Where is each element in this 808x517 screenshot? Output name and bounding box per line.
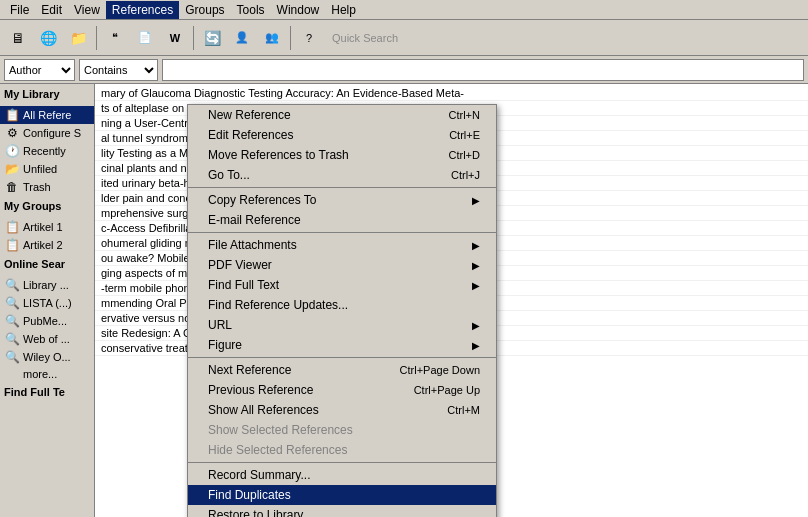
menu-item-go-to-[interactable]: Go To...Ctrl+J <box>188 165 496 185</box>
sidebar-item-unfiled[interactable]: 📂 Unfiled <box>0 160 94 178</box>
menu-item-label: Copy References To <box>208 193 317 207</box>
submenu-arrow-icon: ▶ <box>472 280 480 291</box>
toolbar-sep-2 <box>193 26 194 50</box>
menu-item-shortcut: Ctrl+Page Down <box>400 364 480 376</box>
menu-item-shortcut: Ctrl+M <box>447 404 480 416</box>
pubmed-icon: 🔍 <box>4 314 20 328</box>
sidebar-item-webof[interactable]: 🔍 Web of ... <box>0 330 94 348</box>
unfiled-icon: 📂 <box>4 162 20 176</box>
sidebar-artikel2-label: Artikel 2 <box>23 239 63 251</box>
sidebar-item-artikel1[interactable]: 📋 Artikel 1 <box>0 218 94 236</box>
toolbar-word2[interactable]: W <box>161 24 189 52</box>
wiley-icon: 🔍 <box>4 350 20 364</box>
sidebar-artikel1-label: Artikel 1 <box>23 221 63 233</box>
menu-item-figure[interactable]: Figure▶ <box>188 335 496 355</box>
menu-item-record-summary-[interactable]: Record Summary... <box>188 465 496 485</box>
sidebar-item-trash[interactable]: 🗑 Trash <box>0 178 94 196</box>
menu-item-find-duplicates[interactable]: Find Duplicates <box>188 485 496 505</box>
menu-item-label: Restore to Library <box>208 508 303 517</box>
my-groups-header: My Groups <box>0 196 94 214</box>
sidebar-item-configure[interactable]: ⚙ Configure S <box>0 124 94 142</box>
menu-item-hide-selected-references: Hide Selected References <box>188 440 496 460</box>
toolbar-help[interactable]: ? <box>295 24 323 52</box>
menu-item-move-references-to-trash[interactable]: Move References to TrashCtrl+D <box>188 145 496 165</box>
toolbar-word[interactable]: 📄 <box>131 24 159 52</box>
main-layout: My Library 📋 All Refere ⚙ Configure S 🕐 … <box>0 84 808 517</box>
toolbar-online-search[interactable]: 🌐 <box>34 24 62 52</box>
search-condition-select[interactable]: ContainsIsBegins with <box>79 59 158 81</box>
artikel2-icon: 📋 <box>4 238 20 252</box>
sidebar-item-lista[interactable]: 🔍 LISTA (...) <box>0 294 94 312</box>
submenu-arrow-icon: ▶ <box>472 260 480 271</box>
online-search-header: Online Sear <box>0 254 94 272</box>
sidebar-item-library[interactable]: 🔍 Library ... <box>0 276 94 294</box>
menu-tools[interactable]: Tools <box>231 1 271 19</box>
menu-item-find-full-text[interactable]: Find Full Text▶ <box>188 275 496 295</box>
sidebar-configure-label: Configure S <box>23 127 81 139</box>
menu-separator <box>188 462 496 463</box>
submenu-arrow-icon: ▶ <box>472 195 480 206</box>
menu-item-find-reference-updates-[interactable]: Find Reference Updates... <box>188 295 496 315</box>
toolbar-sync[interactable]: 🔄 <box>198 24 226 52</box>
menu-item-url[interactable]: URL▶ <box>188 315 496 335</box>
menu-item-label: Find Duplicates <box>208 488 291 502</box>
menu-view[interactable]: View <box>68 1 106 19</box>
my-groups-section: 📋 Artikel 1 📋 Artikel 2 <box>0 218 94 254</box>
sidebar-item-all-references[interactable]: 📋 All Refere <box>0 106 94 124</box>
menu-separator <box>188 357 496 358</box>
menu-item-label: Show Selected References <box>208 423 353 437</box>
menu-item-next-reference[interactable]: Next ReferenceCtrl+Page Down <box>188 360 496 380</box>
recently-icon: 🕐 <box>4 144 20 158</box>
menu-item-shortcut: Ctrl+J <box>451 169 480 181</box>
sidebar-webof-label: Web of ... <box>23 333 70 345</box>
menu-item-show-all-references[interactable]: Show All ReferencesCtrl+M <box>188 400 496 420</box>
menu-item-label: PDF Viewer <box>208 258 272 272</box>
online-search-section: 🔍 Library ... 🔍 LISTA (...) 🔍 PubMe... 🔍… <box>0 276 94 382</box>
toolbar-open[interactable]: 📁 <box>64 24 92 52</box>
menu-item-label: Go To... <box>208 168 250 182</box>
toolbar-quick-search[interactable]: Quick Search <box>325 24 405 52</box>
menu-item-e-mail-reference[interactable]: E-mail Reference <box>188 210 496 230</box>
menu-item-shortcut: Ctrl+D <box>449 149 480 161</box>
list-item[interactable]: mary of Glaucoma Diagnostic Testing Accu… <box>95 86 808 101</box>
search-input[interactable] <box>162 59 804 81</box>
menubar: File Edit View References Groups Tools W… <box>0 0 808 20</box>
sidebar-item-more[interactable]: more... <box>0 366 94 382</box>
menu-item-show-selected-references: Show Selected References <box>188 420 496 440</box>
library-icon: 🔍 <box>4 278 20 292</box>
menu-groups[interactable]: Groups <box>179 1 230 19</box>
toolbar-groups[interactable]: 👥 <box>258 24 286 52</box>
menu-item-restore-to-library[interactable]: Restore to Library <box>188 505 496 517</box>
menu-help[interactable]: Help <box>325 1 362 19</box>
sidebar-item-wiley[interactable]: 🔍 Wiley O... <box>0 348 94 366</box>
menu-references[interactable]: References <box>106 1 179 19</box>
menu-item-file-attachments[interactable]: File Attachments▶ <box>188 235 496 255</box>
menu-item-edit-references[interactable]: Edit ReferencesCtrl+E <box>188 125 496 145</box>
menu-item-label: Next Reference <box>208 363 291 377</box>
search-field-select[interactable]: AuthorTitleYearKeywords <box>4 59 75 81</box>
lista-icon: 🔍 <box>4 296 20 310</box>
toolbar-share[interactable]: 👤 <box>228 24 256 52</box>
menu-item-copy-references-to[interactable]: Copy References To▶ <box>188 190 496 210</box>
menu-item-pdf-viewer[interactable]: PDF Viewer▶ <box>188 255 496 275</box>
sidebar-item-recently[interactable]: 🕐 Recently <box>0 142 94 160</box>
menu-item-previous-reference[interactable]: Previous ReferenceCtrl+Page Up <box>188 380 496 400</box>
menu-item-label: Record Summary... <box>208 468 310 482</box>
sidebar-item-artikel2[interactable]: 📋 Artikel 2 <box>0 236 94 254</box>
artikel1-icon: 📋 <box>4 220 20 234</box>
sidebar-item-pubmed[interactable]: 🔍 PubMe... <box>0 312 94 330</box>
menu-window[interactable]: Window <box>271 1 326 19</box>
menu-file[interactable]: File <box>4 1 35 19</box>
toolbar-quote[interactable]: ❝ <box>101 24 129 52</box>
submenu-arrow-icon: ▶ <box>472 320 480 331</box>
toolbar: 🖥 🌐 📁 ❝ 📄 W 🔄 👤 👥 ? Quick Search <box>0 20 808 56</box>
toolbar-my-library[interactable]: 🖥 <box>4 24 32 52</box>
configure-icon: ⚙ <box>4 126 20 140</box>
toolbar-sep-3 <box>290 26 291 50</box>
references-dropdown-menu: New ReferenceCtrl+NEdit ReferencesCtrl+E… <box>187 104 497 517</box>
sidebar-wiley-label: Wiley O... <box>23 351 71 363</box>
menu-edit[interactable]: Edit <box>35 1 68 19</box>
menu-item-label: Find Reference Updates... <box>208 298 348 312</box>
menu-item-new-reference[interactable]: New ReferenceCtrl+N <box>188 105 496 125</box>
menu-separator <box>188 232 496 233</box>
